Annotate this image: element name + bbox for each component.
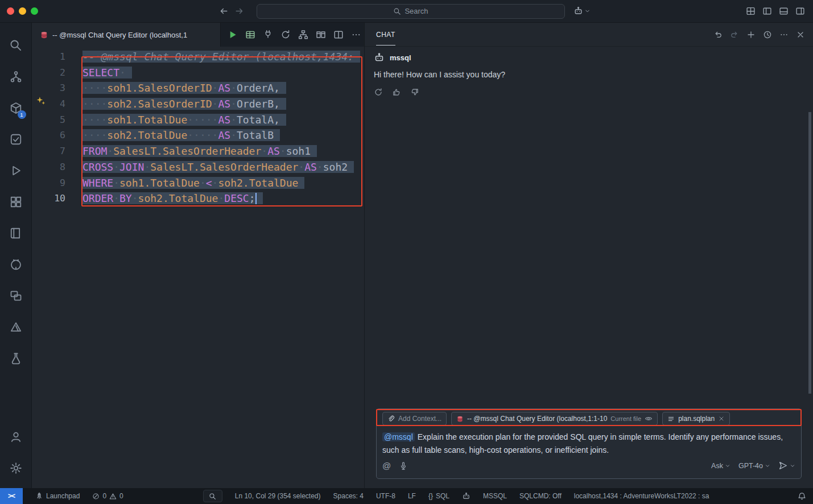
chat-input-text[interactable]: @mssqlExplain the execution plan for the… xyxy=(382,431,795,457)
line-number[interactable]: 2 xyxy=(32,65,65,81)
line-number[interactable]: 9 xyxy=(32,175,65,191)
maximize-window-button[interactable] xyxy=(31,7,38,15)
statusbar-connection[interactable]: localhost,1434 : AdventureWorksLT2022 : … xyxy=(574,492,709,500)
toggle-panel-right-icon[interactable] xyxy=(795,6,805,16)
sidebar-item-remote-explorer[interactable] xyxy=(2,280,30,311)
sidebar-item-fabric[interactable] xyxy=(2,342,30,374)
copilot-sparkle-icon[interactable] xyxy=(36,96,46,105)
thumbs-down-icon[interactable] xyxy=(410,88,419,97)
line-number[interactable]: 7 xyxy=(32,143,65,159)
line-number[interactable]: 3 xyxy=(32,80,65,96)
code-line[interactable]: 4····soh2.SalesOrderID·AS·OrderB, xyxy=(32,96,364,112)
statusbar-zoom-indicator[interactable] xyxy=(203,490,222,502)
send-options-chevron-icon[interactable] xyxy=(790,463,795,469)
change-connection-icon[interactable] xyxy=(280,30,291,40)
close-window-button[interactable] xyxy=(7,7,14,15)
mention-button[interactable]: @ xyxy=(382,461,391,470)
customize-layout-icon[interactable] xyxy=(746,6,756,16)
code-line[interactable]: 10ORDER·BY·soh2.TotalDue·DESC; xyxy=(32,191,364,206)
new-chat-icon[interactable] xyxy=(746,30,756,39)
add-context-button[interactable]: Add Context... xyxy=(382,412,447,425)
chat-redo-icon[interactable] xyxy=(730,30,739,39)
chat-scrollbar[interactable] xyxy=(808,112,811,394)
code-line[interactable]: 2SELECT· xyxy=(32,65,364,81)
sidebar-item-database-projects[interactable]: 1 xyxy=(2,92,30,123)
eye-icon[interactable] xyxy=(645,415,653,423)
toggle-panel-left-icon[interactable] xyxy=(762,6,772,16)
more-actions-icon[interactable] xyxy=(351,30,361,40)
code-line[interactable]: 8CROSS·JOIN·SalesLT.SalesOrderHeader·AS·… xyxy=(32,159,364,175)
model-picker[interactable]: GPT-4o xyxy=(738,462,770,470)
chat-history-icon[interactable] xyxy=(763,30,772,39)
code-line-content[interactable]: ····soh1.TotalDue·····AS·TotalA, xyxy=(82,112,286,128)
code-line-content[interactable]: WHERE·soh1.TotalDue·<·soh2.TotalDue xyxy=(82,175,304,191)
statusbar-launchpad[interactable]: Launchpad xyxy=(35,492,80,500)
statusbar-language[interactable]: {} SQL xyxy=(428,492,449,500)
close-chat-icon[interactable] xyxy=(796,30,805,39)
sidebar-item-extensions[interactable] xyxy=(2,186,30,217)
account-button[interactable] xyxy=(2,421,30,452)
sidebar-item-search[interactable] xyxy=(2,30,30,61)
results-grid-icon[interactable] xyxy=(245,30,255,40)
thumbs-up-icon[interactable] xyxy=(392,88,401,97)
line-number[interactable]: 10 xyxy=(32,191,65,206)
context-pill-current-file[interactable]: -- @mssql Chat Query Editor (localhost,1… xyxy=(451,412,658,425)
sidebar-item-github[interactable] xyxy=(2,249,30,280)
code-line-content[interactable]: ····soh1.SalesOrderID·AS·OrderA, xyxy=(82,80,286,96)
minimize-window-button[interactable] xyxy=(19,7,26,15)
context-pill-sqlplan[interactable]: plan.sqlplan xyxy=(662,412,730,425)
code-line-content[interactable]: ····soh2.TotalDue·····AS·TotalB xyxy=(82,127,280,143)
chat-undo-icon[interactable] xyxy=(713,30,723,39)
chat-input-container[interactable]: Add Context... -- @mssql Chat Query Edit… xyxy=(376,408,802,479)
sidebar-item-notebooks[interactable] xyxy=(2,217,30,249)
nav-back-icon[interactable] xyxy=(219,6,229,16)
sidebar-item-run-debug[interactable] xyxy=(2,155,30,186)
send-button[interactable] xyxy=(778,461,788,470)
toggle-panel-bottom-icon[interactable] xyxy=(779,6,789,16)
code-line-content[interactable]: SELECT· xyxy=(82,65,132,81)
schema-hierarchy-icon[interactable] xyxy=(298,30,308,40)
remove-context-icon[interactable] xyxy=(718,415,725,422)
tab-chat[interactable]: CHAT xyxy=(376,24,395,46)
code-line-content[interactable]: FROM·SalesLT.SalesOrderHeader·AS·soh1 xyxy=(82,143,317,159)
settings-button[interactable] xyxy=(2,452,30,484)
nav-forward-icon[interactable] xyxy=(234,6,244,16)
schema-compare-icon[interactable] xyxy=(316,30,326,40)
code-line[interactable]: 3····soh1.SalesOrderID·AS·OrderA, xyxy=(32,80,364,96)
remote-indicator[interactable]: >< xyxy=(0,488,23,504)
statusbar-indentation[interactable]: Spaces: 4 xyxy=(333,492,364,500)
code-line-content[interactable]: --·@mssql·Chat·Query·Editor·(localhost,1… xyxy=(82,49,360,65)
command-center-search[interactable]: Search xyxy=(257,4,565,19)
connect-plug-icon[interactable] xyxy=(263,30,273,40)
copilot-menu-button[interactable] xyxy=(573,6,591,16)
statusbar-eol[interactable]: LF xyxy=(408,492,416,500)
chat-more-icon[interactable] xyxy=(779,30,789,39)
notifications-button[interactable] xyxy=(798,492,806,501)
code-line[interactable]: 1--·@mssql·Chat·Query·Editor·(localhost,… xyxy=(32,49,364,65)
code-line-content[interactable]: ····soh2.SalesOrderID·AS·OrderB, xyxy=(82,96,286,112)
split-editor-icon[interactable] xyxy=(333,30,344,40)
code-line[interactable]: 6····soh2.TotalDue·····AS·TotalB xyxy=(32,127,364,143)
code-lines[interactable]: 1--·@mssql·Chat·Query·Editor·(localhost,… xyxy=(32,49,364,206)
chat-mode-picker[interactable]: Ask xyxy=(711,462,731,470)
code-line-content[interactable]: ORDER·BY·soh2.TotalDue·DESC; xyxy=(82,191,263,206)
statusbar-sqlcmd[interactable]: SQLCMD: Off xyxy=(519,492,562,500)
regenerate-icon[interactable] xyxy=(374,88,383,97)
run-query-button[interactable] xyxy=(228,30,238,40)
statusbar-problems[interactable]: 0 0 xyxy=(92,492,123,500)
code-line[interactable]: 9WHERE·soh1.TotalDue·<·soh2.TotalDue xyxy=(32,175,364,191)
editor-tab[interactable]: -- @mssql Chat Query Editor (localhost,1 xyxy=(32,23,221,47)
statusbar-mssql[interactable]: MSSQL xyxy=(483,492,507,500)
code-editor[interactable]: 1--·@mssql·Chat·Query·Editor·(localhost,… xyxy=(32,47,364,488)
code-line[interactable]: 5····soh1.TotalDue·····AS·TotalA, xyxy=(32,112,364,128)
line-number[interactable]: 6 xyxy=(32,127,65,143)
statusbar-encoding[interactable]: UTF-8 xyxy=(376,492,395,500)
statusbar-cursor-position[interactable]: Ln 10, Col 29 (354 selected) xyxy=(235,492,321,500)
code-line[interactable]: 7FROM·SalesLT.SalesOrderHeader·AS·soh1 xyxy=(32,143,364,159)
line-number[interactable]: 5 xyxy=(32,112,65,128)
mic-icon[interactable] xyxy=(399,461,408,470)
sidebar-item-azure[interactable] xyxy=(2,311,30,342)
statusbar-copilot[interactable] xyxy=(462,492,471,501)
line-number[interactable]: 1 xyxy=(32,49,65,65)
line-number[interactable]: 8 xyxy=(32,159,65,175)
